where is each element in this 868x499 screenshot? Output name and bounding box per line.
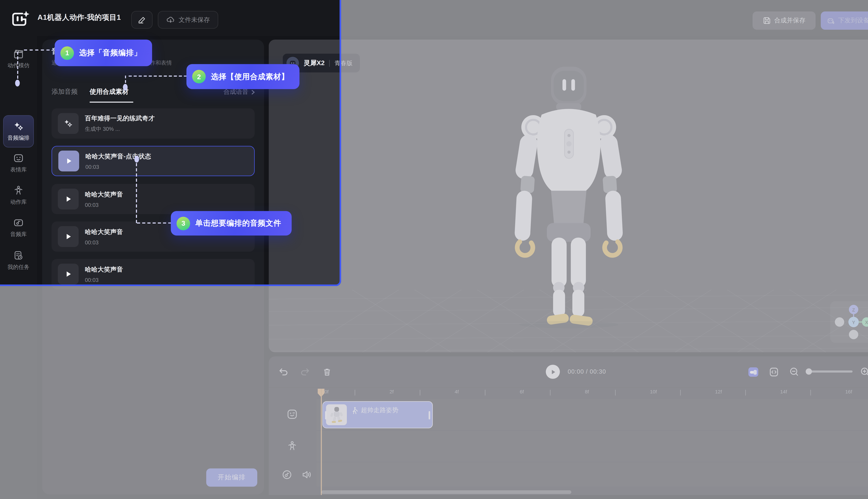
tab-use-synth-material[interactable]: 使用合成素材	[90, 87, 129, 96]
audio-track-icon	[281, 469, 293, 480]
sidebar-label: 动作模仿	[8, 62, 29, 69]
tutorial-step-1: 1 选择「音频编排」	[55, 40, 152, 66]
motion-track[interactable]	[317, 431, 868, 462]
play-button[interactable]	[546, 365, 560, 379]
deploy-to-device-button[interactable]: 下发到设备	[821, 11, 868, 30]
audio-item-title: 哈哈大笑声音	[85, 190, 123, 199]
play-button[interactable]	[58, 226, 79, 247]
ruler-minor-tick	[810, 390, 811, 395]
zoom-out-button[interactable]	[789, 367, 799, 377]
clip-label: 超帅走路姿势	[351, 406, 398, 415]
connector-step1-v	[17, 52, 18, 79]
audio-item[interactable]: 百年难得一见的练武奇才 生成中 30% ...	[52, 108, 255, 138]
humanoid-robot	[501, 62, 636, 328]
ruler-minor-tick	[615, 390, 616, 395]
play-icon	[65, 157, 73, 165]
clip-trim-handle-left[interactable]	[325, 411, 326, 419]
person-icon	[13, 185, 24, 196]
audio-item-title: 哈哈大笑声音-点击状态	[85, 152, 151, 161]
sparkle-icon	[63, 118, 73, 129]
step-text: 选择「音频编排」	[79, 48, 142, 58]
ruler-tick-label: 6f	[520, 389, 524, 394]
audio-item-title: 哈哈大笑声音	[85, 228, 123, 236]
audio-item[interactable]: 哈哈大笑声音 00:03	[52, 184, 255, 214]
sidebar-item-audio-lib[interactable]: 音频库	[0, 217, 37, 238]
top-bar: A1机器人动作-我的项目1 文件未保存 合成并保存 下发到设备	[0, 0, 868, 36]
sidebar-item-motion-lib[interactable]: 动作库	[0, 185, 37, 206]
active-tab-underline	[90, 101, 133, 103]
play-icon	[550, 369, 556, 375]
tab-add-audio[interactable]: 添加音频	[52, 87, 78, 96]
timeline-toolbar: 00:00 / 00:30	[269, 356, 868, 388]
sidebar-item-motion-imitation[interactable]: 动作模仿	[0, 48, 37, 69]
connector-dot-step3	[134, 156, 139, 162]
file-save-status[interactable]: 文件未保存	[158, 11, 218, 29]
sidebar-item-my-tasks[interactable]: 我的任务	[0, 250, 37, 271]
save-status-label: 文件未保存	[178, 15, 210, 24]
fit-width-button[interactable]	[769, 367, 779, 377]
axis-gizmo[interactable]: Z X Y	[830, 301, 868, 343]
sparkle-icon	[13, 121, 24, 132]
volume-icon[interactable]	[301, 469, 312, 480]
robot-download-icon	[826, 16, 835, 25]
play-button[interactable]	[58, 188, 79, 209]
chevron-right-icon	[250, 89, 256, 95]
zoom-in-button[interactable]	[860, 367, 868, 377]
play-icon	[64, 195, 72, 203]
robot-model-edition: 青春版	[335, 59, 352, 67]
undo-button[interactable]	[278, 367, 288, 377]
ruler-tick-label: 2f	[389, 389, 394, 394]
rename-button[interactable]	[131, 11, 152, 29]
ruler-tick-label: 10f	[650, 389, 657, 394]
timeline-horizontal-scrollbar[interactable]	[321, 490, 571, 494]
clip-thumbnail	[326, 404, 347, 425]
generating-thumb	[58, 113, 79, 134]
audio-arrange-panel: 音频编排 通过音频处理，生成音频素材块及融合动作和表情 添加音频 使用合成素材 …	[42, 40, 264, 495]
ruler-minor-tick	[355, 390, 355, 395]
robot-face-icon	[13, 153, 24, 163]
ruler-minor-tick	[745, 390, 746, 395]
audio-item-selected[interactable]: 哈哈大笑声音-点击状态 00:03	[52, 146, 255, 176]
badge-divider	[329, 60, 330, 66]
sidebar-item-audio-arrange[interactable]: 音频编排	[3, 115, 34, 147]
redo-button[interactable]	[300, 367, 310, 377]
timeline-zoom-slider[interactable]	[807, 370, 853, 373]
ruler-tick-label: 0f	[324, 389, 328, 394]
audio-item[interactable]: 哈哈大笑声音 00:03	[52, 259, 255, 289]
music-box-icon	[13, 217, 24, 228]
zoom-slider-handle[interactable]	[806, 368, 812, 375]
connector-step2	[129, 75, 187, 76]
connector-dot-step1	[15, 80, 20, 86]
app-window: A1机器人动作-我的项目1 文件未保存 合成并保存 下发到设备 动作模仿 音频编…	[0, 0, 868, 499]
audio-track[interactable]	[317, 463, 868, 487]
play-button[interactable]	[58, 264, 79, 284]
robot-viewport[interactable]: 灵犀X2 青春版 Z X Y	[269, 40, 868, 352]
synthesize-save-label: 合成并保存	[774, 16, 806, 25]
audio-item-duration: 00:03	[85, 202, 123, 208]
ruler-minor-tick	[420, 390, 420, 395]
delete-button[interactable]	[322, 367, 332, 377]
start-arrange-button[interactable]: 开始编排	[206, 468, 257, 487]
synthesize-save-button[interactable]: 合成并保存	[753, 11, 816, 30]
sidebar-label: 音频编排	[8, 134, 29, 142]
audio-item-duration: 00:03	[85, 239, 123, 245]
sidebar-label: 音频库	[10, 231, 27, 238]
svg-text:Y: Y	[852, 320, 855, 325]
cloud-sync-icon	[166, 15, 175, 24]
snap-icon	[750, 370, 757, 375]
snap-toggle[interactable]	[748, 367, 758, 377]
sidebar-item-expression-lib[interactable]: 表情库	[0, 153, 37, 173]
deploy-label: 下发到设备	[838, 16, 868, 25]
playhead-line[interactable]	[321, 389, 322, 495]
play-button[interactable]	[58, 150, 79, 171]
sidebar-label: 我的任务	[8, 264, 29, 271]
ruler-tick-label: 4f	[455, 389, 459, 394]
step-text: 选择【使用合成素材】	[211, 72, 289, 82]
clip-trim-handle-right[interactable]	[429, 411, 430, 419]
connector-step3	[137, 222, 171, 223]
task-list-icon	[13, 250, 24, 261]
expression-track-icon	[286, 409, 298, 420]
motion-clip[interactable]: 超帅走路姿势	[322, 401, 433, 428]
audio-item-title: 哈哈大笑声音	[85, 265, 123, 274]
connector-step3-v	[136, 163, 137, 223]
